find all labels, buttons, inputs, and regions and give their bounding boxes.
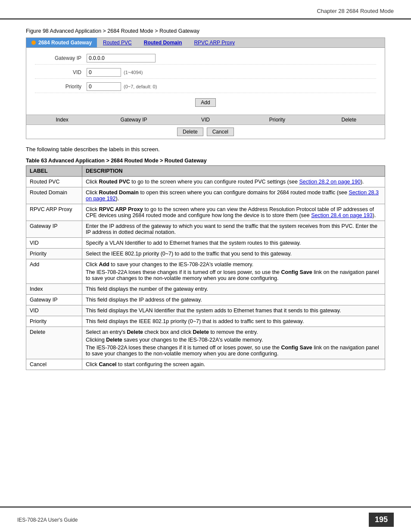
row-desc-priority-2: This field displays the IEEE 802.1p prio… <box>82 316 385 327</box>
row-label-gateway-ip: Gateway IP <box>26 221 82 238</box>
page-header: Chapter 28 2684 Routed Mode <box>0 0 411 19</box>
cancel-button[interactable]: Cancel <box>207 128 234 136</box>
main-content: Figure 98 Advanced Application > 2684 Ro… <box>0 19 411 387</box>
col-delete: Delete <box>313 117 385 123</box>
form-row-gateway-ip: Gateway IP <box>35 52 376 65</box>
chapter-title: Chapter 28 2684 Routed Mode <box>317 8 394 14</box>
table-row: Gateway IP This field displays the IP ad… <box>26 295 385 305</box>
form-row-priority: Priority (0~7, default: 0) <box>35 81 376 93</box>
row-desc-add: Click Add to save your changes to the IE… <box>82 259 385 284</box>
table-row: RPVC ARP Proxy Click RPVC ARP Proxy to g… <box>26 204 385 221</box>
dot-icon <box>31 40 36 45</box>
row-label-index: Index <box>26 284 82 295</box>
link-section-28-2[interactable]: Section 28.2 on page 190 <box>299 179 360 185</box>
tab-active-routed-gateway[interactable]: 2684 Routed Gateway <box>26 38 97 47</box>
table-row: Cancel Click Cancel to start configuring… <box>26 359 385 370</box>
row-desc-index: This field displays the number of the ga… <box>82 284 385 295</box>
row-desc-gateway-ip: Enter the IP address of the gateway to w… <box>82 221 385 238</box>
col-vid: VID <box>170 117 241 123</box>
row-label-cancel: Cancel <box>26 359 82 370</box>
row-label-vid: VID <box>26 238 82 249</box>
row-label-routed-domain: Routed Domain <box>26 187 82 204</box>
tab-active-label: 2684 Routed Gateway <box>38 40 92 46</box>
tab-link-routed-pvc[interactable]: Routed PVC <box>97 38 138 47</box>
table-row: Routed PVC Click Routed PVC to go to the… <box>26 177 385 187</box>
row-desc-delete: Select an entry's Delete check box and c… <box>82 327 385 359</box>
link-section-28-4[interactable]: Section 28.4 on page 193 <box>311 212 372 218</box>
row-desc-priority: Select the IEEE 802.1p priority (0~7) to… <box>82 249 385 259</box>
col-priority: Priority <box>241 117 313 123</box>
table-row: Gateway IP Enter the IP address of the g… <box>26 221 385 238</box>
col-index: Index <box>26 117 98 123</box>
row-desc-vid-2: This field displays the VLAN Identifier … <box>82 305 385 316</box>
row-label-vid-2: VID <box>26 305 82 316</box>
ui-mockup: 2684 Routed Gateway Routed PVC Routed Do… <box>26 37 385 139</box>
row-desc-routed-domain: Click Routed Domain to open this screen … <box>82 187 385 204</box>
description-table: LABEL DESCRIPTION Routed PVC Click Route… <box>26 165 385 370</box>
label-priority: Priority <box>35 84 87 90</box>
table-row: Index This field displays the number of … <box>26 284 385 295</box>
form-row-vid: VID (1~4094) <box>35 66 376 79</box>
label-vid: VID <box>35 69 87 75</box>
row-desc-gateway-ip-2: This field displays the IP address of th… <box>82 295 385 305</box>
following-text: The following table describes the labels… <box>26 146 385 152</box>
row-desc-rpvc-arp-proxy: Click RPVC ARP Proxy to go to the screen… <box>82 204 385 221</box>
th-label: LABEL <box>26 166 82 177</box>
add-row: Add <box>35 95 376 110</box>
row-desc-vid: Specify a VLAN Identifier to add to Ethe… <box>82 238 385 249</box>
label-gateway-ip: Gateway IP <box>35 55 87 61</box>
row-desc-cancel: Click Cancel to start configuring the sc… <box>82 359 385 370</box>
row-desc-routed-pvc: Click Routed PVC to go to the screen whe… <box>82 177 385 187</box>
footer-product: IES-708-22A User's Guide <box>17 517 78 523</box>
input-priority[interactable] <box>87 82 121 91</box>
table-row: Priority Select the IEEE 802.1p priority… <box>26 249 385 259</box>
table-row: VID This field displays the VLAN Identif… <box>26 305 385 316</box>
table-row: Routed Domain Click Routed Domain to ope… <box>26 187 385 204</box>
figure-caption: Figure 98 Advanced Application > 2684 Ro… <box>26 28 385 34</box>
priority-hint: (0~7, default: 0) <box>124 84 157 89</box>
ui-table-actions: Delete Cancel <box>26 125 385 139</box>
tab-link-rpvc-arp-proxy[interactable]: RPVC ARP Proxy <box>188 38 240 47</box>
tab-link-routed-domain[interactable]: Routed Domain <box>138 38 188 47</box>
ui-form-area: Gateway IP VID (1~4094) Priority (0~7, d… <box>26 48 385 115</box>
row-label-rpvc-arp-proxy: RPVC ARP Proxy <box>26 204 82 221</box>
row-label-priority: Priority <box>26 249 82 259</box>
input-vid[interactable] <box>87 68 121 77</box>
input-gateway-ip[interactable] <box>87 54 156 62</box>
page-footer: IES-708-22A User's Guide 195 <box>0 507 411 532</box>
row-label-routed-pvc: Routed PVC <box>26 177 82 187</box>
ui-tab-bar: 2684 Routed Gateway Routed PVC Routed Do… <box>26 38 385 48</box>
add-button[interactable]: Add <box>195 98 215 107</box>
table-caption-text: Table 63 Advanced Application > 2684 Rou… <box>26 158 207 164</box>
row-label-delete: Delete <box>26 327 82 359</box>
table-row: Delete Select an entry's Delete check bo… <box>26 327 385 359</box>
row-label-add: Add <box>26 259 82 284</box>
row-label-priority-2: Priority <box>26 316 82 327</box>
col-gateway-ip: Gateway IP <box>98 117 169 123</box>
page-number: 195 <box>369 513 394 527</box>
table-row: Add Click Add to save your changes to th… <box>26 259 385 284</box>
th-description: DESCRIPTION <box>82 166 385 177</box>
row-label-gateway-ip-2: Gateway IP <box>26 295 82 305</box>
vid-hint: (1~4094) <box>124 70 143 75</box>
table-row: Priority This field displays the IEEE 80… <box>26 316 385 327</box>
delete-button[interactable]: Delete <box>177 128 203 136</box>
ui-table-header: Index Gateway IP VID Priority Delete <box>26 115 385 125</box>
table-row: VID Specify a VLAN Identifier to add to … <box>26 238 385 249</box>
table-caption: Table 63 Advanced Application > 2684 Rou… <box>26 158 385 164</box>
